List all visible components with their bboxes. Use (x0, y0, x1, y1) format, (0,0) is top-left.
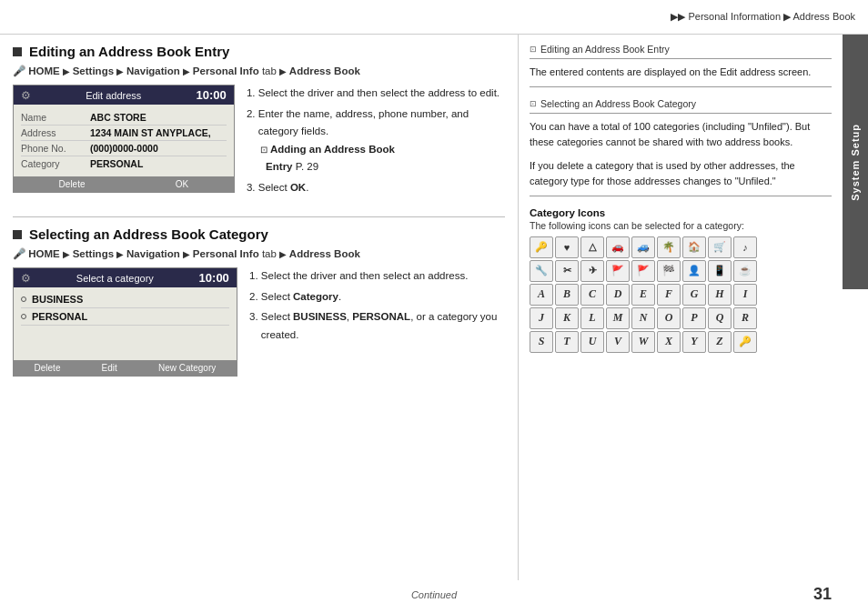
icon-phone: 📱 (708, 260, 732, 282)
icons-row1: 🔑 ♥ △ 🚗 🚙 🌴 🏠 🛒 ♪ (530, 236, 832, 258)
letter-B: B (555, 284, 579, 306)
section2-content: ⚙ Select a category 10:00 BUSINESS PERSO… (13, 267, 505, 386)
dot-icon2 (21, 314, 26, 319)
section2-path: 🎤 HOME ▶ Settings ▶ Navigation ▶ Persona… (13, 247, 505, 260)
cat-icons-subtitle: The following icons can be selected for … (530, 220, 832, 231)
section2-title: Selecting an Address Book Category (29, 226, 268, 242)
section2-steps: Select the driver and then select an add… (247, 267, 505, 347)
step3: Select OK. (258, 179, 505, 197)
top-bar: ▶▶ Personal Information ▶ Address Book (0, 0, 868, 35)
screen-header: ⚙ Edit address 10:00 (14, 85, 234, 105)
letter-G: G (682, 284, 706, 306)
section1-path: 🎤 HOME ▶ Settings ▶ Navigation ▶ Persona… (13, 65, 505, 77)
icon-flag3: 🏁 (657, 260, 681, 282)
icon-plane: ✈ (580, 260, 604, 282)
letter-A: A (530, 284, 553, 306)
edit-address-screen: ⚙ Edit address 10:00 Name ABC STORE Addr… (13, 85, 235, 193)
screen-row-address: Address 1234 MAIN ST ANYPLACE, (21, 126, 227, 141)
letter-O: O (657, 307, 681, 329)
letter-Q: Q (708, 307, 732, 329)
note1-body: The entered contents are displayed on th… (530, 58, 832, 87)
icon-cup: ☕ (733, 260, 757, 282)
note-selecting: ⊡ Selecting an Address Book Category You… (530, 98, 832, 196)
letter-V: V (606, 331, 630, 353)
note1-header: ⊡ Editing an Address Book Entry (530, 44, 832, 55)
letter-N: N (631, 307, 655, 329)
letter-Z: Z (708, 331, 732, 353)
icon-key: 🔑 (530, 236, 553, 258)
icon-car: 🚗 (606, 236, 630, 258)
letter-W: W (631, 331, 655, 353)
section1-steps: Select the driver and then select the ad… (244, 85, 505, 199)
dot-icon (21, 296, 26, 302)
screen-row-category: Category PERSONAL (21, 156, 227, 171)
cat-screen-header: ⚙ Select a category 10:00 (14, 268, 237, 287)
right-column: ⊡ Editing an Address Book Entry The ente… (519, 35, 843, 580)
cat-screen-body: BUSINESS PERSONAL (14, 287, 237, 360)
icon-building: 🏠 (682, 236, 706, 258)
cat-screen-time: 10:00 (199, 271, 229, 285)
letter-X: X (657, 331, 681, 353)
letter-Y: Y (682, 331, 706, 353)
letter-D: D (606, 284, 630, 306)
section1-title: Editing an Address Book Entry (29, 44, 229, 59)
icon-car2: 🚙 (631, 236, 655, 258)
cat-edit-button[interactable]: Edit (95, 362, 125, 374)
letter-K: K (555, 307, 579, 329)
letter-R: R (733, 307, 757, 329)
category-icons-section: Category Icons The following icons can b… (530, 207, 832, 353)
cat-step2: Select Category. (261, 288, 505, 306)
step1: Select the driver and then select the ad… (258, 85, 505, 103)
system-setup-tab: System Setup (843, 35, 868, 289)
screen-title: Edit address (86, 90, 141, 101)
note2-body: You can have a total of 100 categories (… (530, 113, 832, 196)
delete-button[interactable]: Delete (52, 178, 93, 190)
home-icon2: 🎤 (13, 248, 25, 259)
letter-L: L (580, 307, 604, 329)
icon-flag1: 🚩 (606, 260, 630, 282)
screen-row-phone: Phone No. (000)0000-0000 (21, 141, 227, 156)
icon-heart: ♥ (555, 236, 579, 258)
letter-M: M (606, 307, 630, 329)
cat-row-personal: PERSONAL (21, 308, 229, 326)
cat-row-business: BUSINESS (21, 291, 229, 308)
section-box-icon (13, 47, 22, 56)
cat-step1: Select the driver and then select an add… (261, 267, 505, 286)
cat-step3: Select BUSINESS, PERSONAL, or a category… (261, 308, 505, 344)
section-editing: Editing an Address Book Entry 🎤 HOME ▶ S… (13, 44, 505, 202)
letter-U: U (580, 331, 604, 353)
icon-wrench: 🔧 (530, 260, 553, 282)
icon-flag2: 🚩 (631, 260, 655, 282)
letter-I: I (733, 284, 757, 306)
note-editing: ⊡ Editing an Address Book Entry The ente… (530, 44, 832, 87)
section1-content: ⚙ Edit address 10:00 Name ABC STORE Addr… (13, 85, 505, 202)
letter-T: T (555, 331, 579, 353)
icon-person: 👤 (682, 260, 706, 282)
icon-final: 🔑 (733, 331, 757, 353)
icon-cart: 🛒 (708, 236, 732, 258)
continued-label: Continued (411, 589, 457, 600)
icons-row2: 🔧 ✂ ✈ 🚩 🚩 🏁 👤 📱 ☕ (530, 260, 832, 282)
letter-J: J (530, 307, 553, 329)
letter-F: F (657, 284, 681, 306)
gear-icon: ⚙ (21, 89, 31, 102)
page-number: 31 (813, 585, 832, 604)
cat-delete-button[interactable]: Delete (27, 362, 68, 374)
screen-row-name: Name ABC STORE (21, 110, 227, 126)
screen-time: 10:00 (196, 88, 226, 102)
section-divider (13, 216, 505, 217)
icons-letters-row1: A B C D E F G H I (530, 284, 832, 306)
screen-footer: Delete OK (14, 176, 234, 192)
cat-screen-footer: Delete Edit New Category (14, 360, 237, 376)
breadcrumb: ▶▶ Personal Information ▶ Address Book (671, 11, 855, 23)
section2-header: Selecting an Address Book Category (13, 226, 505, 242)
letter-H: H (708, 284, 732, 306)
letter-E: E (631, 284, 655, 306)
letter-S: S (530, 331, 553, 353)
letter-P: P (682, 307, 706, 329)
ok-button[interactable]: OK (168, 178, 196, 190)
home-icon: 🎤 (13, 65, 25, 76)
cat-icons-title: Category Icons (530, 207, 832, 218)
new-category-button[interactable]: New Category (151, 362, 223, 374)
icon-palm: 🌴 (657, 236, 681, 258)
